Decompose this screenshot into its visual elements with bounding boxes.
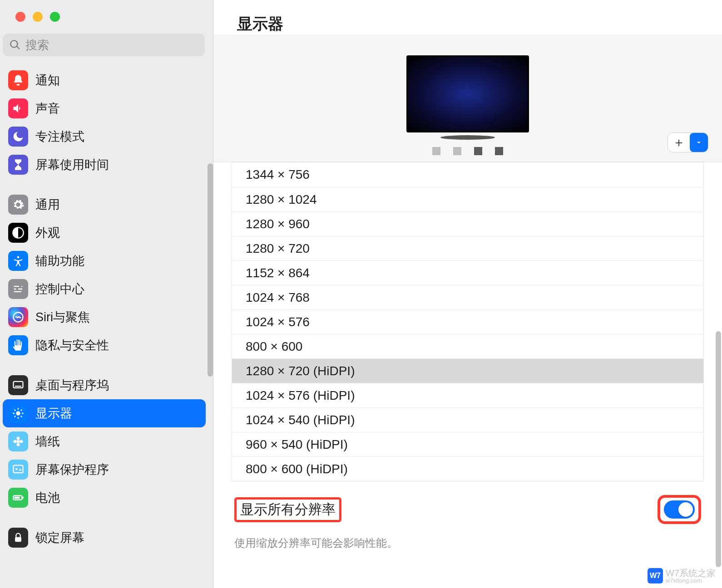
sidebar-item-label: 控制中心 (35, 281, 84, 297)
resolution-row[interactable]: 1344 × 756 (232, 162, 703, 187)
lock-icon (8, 528, 28, 548)
resolution-row[interactable]: 800 × 600 (HiDPI) (232, 456, 703, 481)
close-button[interactable] (15, 12, 25, 22)
add-display-button[interactable]: ＋ (668, 132, 708, 152)
sidebar-item-controlcenter[interactable]: 控制中心 (3, 275, 206, 303)
search-field[interactable] (3, 34, 205, 56)
watermark: W7 W7系统之家 w7xitong.com (648, 568, 716, 583)
show-all-resolutions-toggle-highlight (658, 495, 701, 524)
chevron-down-icon (690, 133, 708, 152)
monitor-thumbnail[interactable] (406, 55, 529, 132)
resolution-row[interactable]: 1280 × 960 (232, 211, 703, 236)
resolution-row[interactable]: 1280 × 720 (HiDPI) (232, 358, 703, 383)
sidebar-item-label: 桌面与程序坞 (35, 377, 109, 393)
sidebar-item-sound[interactable]: 声音 (3, 94, 206, 122)
dock-icon (8, 375, 28, 395)
sidebar-item-general[interactable]: 通用 (3, 191, 206, 219)
sidebar-item-label: 通知 (35, 72, 60, 88)
sidebar-item-battery[interactable]: 电池 (3, 484, 206, 512)
sidebar-item-label: 锁定屏幕 (35, 529, 84, 546)
show-all-resolutions-toggle[interactable] (664, 500, 695, 519)
accessibility-icon (8, 251, 28, 271)
svg-rect-3 (14, 382, 23, 388)
sidebar-item-label: 屏幕保护程序 (35, 461, 109, 478)
resolution-list: 1344 × 7561280 × 10241280 × 9601280 × 72… (232, 162, 704, 481)
watermark-sub: w7xitong.com (666, 578, 716, 583)
hand-icon (8, 335, 28, 355)
sidebar-item-label: 电池 (35, 490, 60, 506)
resolution-row[interactable]: 960 × 540 (HiDPI) (232, 432, 703, 456)
display-dot[interactable] (453, 147, 461, 155)
bell-icon (8, 70, 28, 90)
search-icon (9, 39, 21, 51)
resolution-row[interactable]: 1280 × 720 (232, 236, 703, 260)
sidebar-item-privacy[interactable]: 隐私与安全性 (3, 331, 206, 359)
flower-icon (8, 431, 28, 451)
sidebar-item-label: 声音 (35, 100, 60, 117)
arrangement-dots (432, 147, 503, 155)
display-dot[interactable] (432, 147, 440, 155)
resolution-row[interactable]: 1024 × 540 (HiDPI) (232, 407, 703, 432)
display-dot[interactable] (474, 147, 482, 155)
sidebar-item-lockscreen[interactable]: 锁定屏幕 (3, 524, 206, 552)
sidebar-item-label: 显示器 (35, 405, 72, 421)
sliders-icon (8, 279, 28, 299)
svg-rect-10 (15, 497, 20, 499)
sidebar-item-siri[interactable]: Siri与聚焦 (3, 303, 206, 331)
svg-rect-12 (15, 537, 21, 542)
display-preview: ＋ (213, 34, 722, 162)
scaling-hint: 使用缩放分辨率可能会影响性能。 (232, 536, 704, 550)
main-scrollbar[interactable] (716, 331, 721, 567)
sidebar-item-label: 通用 (35, 196, 60, 213)
sidebar: 通知声音专注模式屏幕使用时间通用外观辅助功能控制中心Siri与聚焦隐私与安全性桌… (0, 0, 213, 588)
watermark-text: W7系统之家 (666, 568, 716, 578)
svg-rect-4 (15, 386, 21, 387)
sidebar-item-screentime[interactable]: 屏幕使用时间 (3, 151, 206, 179)
show-all-resolutions-label-highlight: 显示所有分辨率 (234, 497, 341, 522)
contrast-icon (8, 223, 28, 243)
siri-icon (8, 307, 28, 327)
svg-point-8 (15, 468, 18, 470)
resolution-row[interactable]: 1280 × 1024 (232, 187, 703, 211)
sidebar-item-displays[interactable]: 显示器 (3, 399, 206, 427)
moon-icon (8, 127, 28, 147)
brightness-icon (8, 403, 28, 423)
display-dot[interactable] (495, 147, 503, 155)
sidebar-item-label: 外观 (35, 225, 60, 241)
resolution-row[interactable]: 1024 × 768 (232, 285, 703, 309)
speaker-icon (8, 98, 28, 118)
sidebar-item-focus[interactable]: 专注模式 (3, 122, 206, 151)
sidebar-item-label: Siri与聚焦 (35, 309, 90, 325)
sidebar-item-appearance[interactable]: 外观 (3, 219, 206, 247)
resolution-row[interactable]: 800 × 600 (232, 334, 703, 358)
sidebar-item-label: 屏幕使用时间 (35, 157, 109, 173)
resolution-row[interactable]: 1024 × 576 (HiDPI) (232, 383, 703, 407)
sidebar-item-label: 专注模式 (35, 128, 84, 145)
svg-point-1 (17, 256, 20, 259)
svg-point-5 (16, 411, 20, 415)
main-pane: 显示器 ＋ 1344 × 7561280 × 10241280 × 96012 (213, 0, 722, 588)
sidebar-item-screensaver[interactable]: 屏幕保护程序 (3, 456, 206, 484)
resolution-row[interactable]: 1024 × 576 (232, 309, 703, 334)
hourglass-icon (8, 155, 28, 175)
svg-rect-11 (22, 497, 23, 499)
plus-icon: ＋ (668, 134, 690, 151)
sidebar-item-label: 辅助功能 (35, 253, 84, 269)
battery-icon (8, 488, 28, 508)
sidebar-item-desktop[interactable]: 桌面与程序坞 (3, 371, 206, 399)
resolution-row[interactable]: 1152 × 864 (232, 260, 703, 285)
screensaver-icon (8, 460, 28, 480)
window-controls (0, 0, 213, 34)
show-all-resolutions-label: 显示所有分辨率 (240, 502, 336, 517)
sidebar-scrollbar[interactable] (208, 163, 213, 377)
sidebar-item-accessibility[interactable]: 辅助功能 (3, 247, 206, 275)
gear-icon (8, 195, 28, 215)
sidebar-item-wallpaper[interactable]: 墙纸 (3, 427, 206, 456)
page-title: 显示器 (237, 14, 722, 34)
sidebar-list: 通知声音专注模式屏幕使用时间通用外观辅助功能控制中心Siri与聚焦隐私与安全性桌… (0, 64, 213, 588)
minimize-button[interactable] (33, 12, 43, 22)
sidebar-item-notifications[interactable]: 通知 (3, 66, 206, 94)
svg-point-6 (17, 440, 20, 443)
search-input[interactable] (25, 38, 198, 52)
maximize-button[interactable] (50, 12, 60, 22)
